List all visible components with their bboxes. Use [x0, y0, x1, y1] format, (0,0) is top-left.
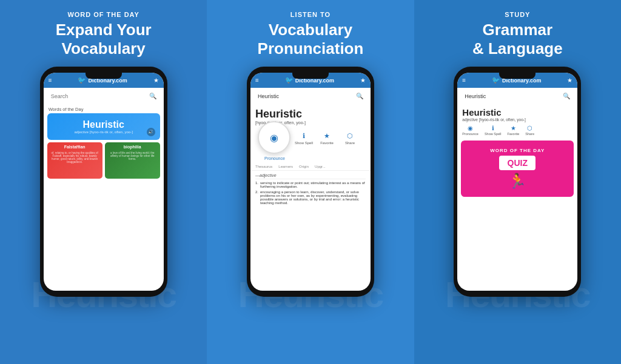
phone-2: ≡ 🐦 Dictionary.com ★ 🔍 Heuristic [hyoo-r… [247, 67, 374, 297]
word-detail-2: Heuristic [250, 104, 371, 121]
action-row-2: ◉ Pronounce ℹ Show Spell ★ Favorite ⬡ Sh… [250, 127, 371, 163]
share-icon-3: ⬡ [527, 125, 532, 131]
action-share-3[interactable]: ⬡ Share [525, 125, 534, 136]
wotd-main-word: Heuristic [53, 119, 154, 130]
search-input-3[interactable] [465, 93, 563, 99]
search-icon-3: 🔍 [563, 93, 570, 99]
share-label-2: Share [345, 141, 355, 145]
spell-icon-3: ℹ [492, 125, 494, 131]
pronounce-label-3: Pronounce [462, 132, 478, 136]
panel-2-label: LISTEN TO [290, 11, 331, 18]
definition-section-2: —adjective serving to indicate or point … [250, 171, 371, 209]
tab-row-2: Thesaurus Learners Origin Upgr... [250, 163, 371, 171]
pronounce-circle[interactable]: ◉ [258, 121, 290, 154]
action-row-3: ◉ Pronounce ℹ Show Spell ★ Favorite ⬡ Sh… [457, 124, 577, 138]
tab-origin[interactable]: Origin [297, 163, 311, 170]
pronounce-icon-3: ◉ [468, 125, 473, 131]
quiz-figure: 🏃 [468, 173, 566, 190]
search-input-1[interactable] [51, 93, 149, 99]
action-fav-3[interactable]: ★ Favorite [507, 125, 519, 136]
search-bar-1[interactable]: 🔍 [47, 91, 160, 101]
show-spell-icon: ℹ [303, 132, 305, 140]
panel-word-of-day: WORD OF THE DAY Expand YourVocabulary He… [0, 0, 207, 364]
action-share-2[interactable]: ⬡ Share [339, 132, 361, 145]
panel-1-title: Expand YourVocabulary [56, 21, 152, 58]
pos-label-2: —adjective [255, 173, 366, 179]
star-icon-3: ★ [567, 77, 572, 84]
pronounce-wave-icon: ◉ [270, 132, 278, 144]
phone-1-screen: ≡ 🐦 Dictionary.com ★ 🔍 Words of the Day … [44, 73, 164, 291]
pronounce-label: Pronounce [258, 156, 292, 160]
panel-study: STUDY Grammar& Language Heuristic ≡ 🐦 Di… [414, 0, 621, 364]
pronounce-container: ◉ Pronounce [255, 130, 292, 160]
word-detail-3: Heuristic [457, 104, 577, 117]
action-show-spell[interactable]: ℹ Show Spell [293, 132, 315, 145]
favorite-icon-2: ★ [324, 132, 330, 140]
panel-2-title: VocabularyPronunciation [258, 21, 364, 58]
wotd-main-card[interactable]: Heuristic adjective [hyoo-ris-tik or, of… [47, 113, 160, 140]
panel-3-title: Grammar& Language [472, 21, 563, 58]
tab-thesaurus[interactable]: Thesaurus [253, 163, 275, 170]
hamburger-icon-1: ≡ [49, 77, 52, 84]
share-label-3: Share [525, 132, 534, 136]
action-favorite-2[interactable]: ★ Favorite [316, 132, 338, 145]
quiz-card[interactable]: WORD OF THE DAY QUIZ 🏃 [461, 141, 574, 197]
quiz-wotd-label: WORD OF THE DAY [468, 148, 566, 153]
small-card-1-word: biophilia [105, 142, 160, 151]
phone-2-notch [292, 73, 329, 79]
wotd-label-1: Words of the Day [44, 104, 164, 113]
quiz-box: QUIZ [499, 156, 535, 170]
action-pronounce-3[interactable]: ◉ Pronounce [462, 125, 478, 136]
phone-3: ≡ 🐦 Dictionary.com ★ 🔍 Heuristic adjecti… [454, 67, 581, 297]
panel-pronunciation: LISTEN TO VocabularyPronunciation Heuris… [207, 0, 414, 364]
def-item-1: serving to indicate or point out; stimul… [255, 181, 366, 188]
tab-learners[interactable]: Learners [276, 163, 295, 170]
share-icon-2: ⬡ [347, 132, 353, 140]
word-phonetic-3: adjective [hyoo-ris-tik or, often, yoo-] [457, 117, 577, 124]
phone-3-notch [499, 73, 535, 79]
tab-upgrade[interactable]: Upgr... [312, 163, 328, 170]
search-bar-3[interactable]: 🔍 [461, 91, 574, 101]
search-icon-1: 🔍 [149, 93, 156, 99]
panel-1-label: WORD OF THE DAY [67, 11, 139, 18]
hamburger-icon-3: ≡ [462, 77, 466, 84]
search-input-2[interactable] [258, 93, 356, 99]
search-icon-2: 🔍 [356, 93, 363, 99]
logo-bird-3: 🐦 [492, 76, 500, 84]
favorite-label-2: Favorite [320, 141, 334, 145]
wotd-main-phonetic: adjective [hyoo-ris-tik or, often, yoo-] [53, 130, 154, 134]
spell-label-3: Show Spell [485, 132, 502, 136]
logo-bird-1: 🐦 [78, 76, 86, 84]
small-card-1[interactable]: biophilia a love of life and the living … [105, 142, 160, 179]
small-card-0-def: of, relating to, or having the qualities… [47, 151, 102, 164]
hamburger-icon-2: ≡ [255, 77, 259, 84]
action-spell-3[interactable]: ℹ Show Spell [485, 125, 502, 136]
phone-3-screen: ≡ 🐦 Dictionary.com ★ 🔍 Heuristic adjecti… [457, 73, 577, 291]
logo-bird-2: 🐦 [285, 76, 294, 84]
phone-1: ≡ 🐦 Dictionary.com ★ 🔍 Words of the Day … [40, 67, 167, 297]
wotd-speaker-icon[interactable]: 🔊 [147, 128, 155, 136]
phone-2-screen: ≡ 🐦 Dictionary.com ★ 🔍 Heuristic [hyoo-r… [250, 73, 371, 291]
star-icon-1: ★ [153, 77, 159, 84]
quiz-text: QUIZ [502, 158, 533, 168]
def-item-2: encouraging a person to learn, discover,… [255, 190, 366, 205]
small-card-0[interactable]: Falstaffian of, relating to, or having t… [47, 142, 102, 179]
panel-3-label: STUDY [505, 11, 530, 18]
show-spell-label: Show Spell [295, 141, 313, 145]
phone-1-notch [86, 73, 122, 79]
small-card-1-def: a love of life and the living world; the… [105, 151, 160, 160]
small-card-0-word: Falstaffian [47, 142, 102, 151]
search-bar-2[interactable]: 🔍 [254, 91, 367, 101]
star-icon-2: ★ [360, 77, 366, 84]
small-cards-row: Falstaffian of, relating to, or having t… [47, 142, 160, 179]
fav-icon-3: ★ [511, 125, 516, 131]
fav-label-3: Favorite [507, 132, 519, 136]
